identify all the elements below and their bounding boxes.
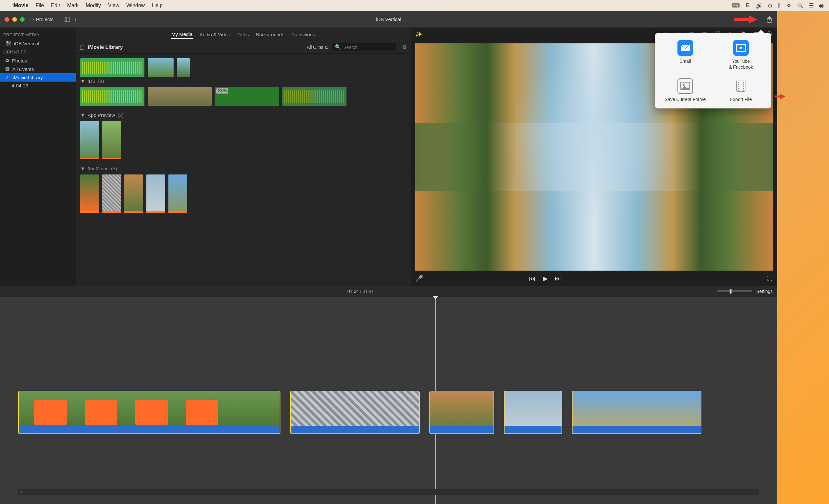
sidebar-imovie-library[interactable]: ✓ iMovie Library: [0, 73, 76, 82]
share-export-file[interactable]: Export File: [716, 78, 765, 102]
clip-thumbnail[interactable]: [177, 58, 190, 77]
menu-view[interactable]: View: [108, 3, 119, 8]
spotlight-icon[interactable]: 🔍: [797, 2, 804, 9]
maximize-button[interactable]: [20, 17, 25, 22]
menubar-app-name[interactable]: iMovie: [12, 3, 29, 8]
clip-thumbnail[interactable]: [80, 121, 99, 159]
keyboard-layout-icon[interactable]: ⌨: [732, 2, 740, 9]
tab-backgrounds[interactable]: Backgrounds: [255, 30, 285, 39]
menu-help[interactable]: Help: [152, 3, 163, 8]
bluetooth-icon[interactable]: ᛒ: [778, 2, 781, 9]
share-youtube-label: YouTube & Facebook: [729, 58, 753, 70]
siri-icon[interactable]: ◉: [819, 2, 824, 9]
share-youtube-facebook[interactable]: YouTube & Facebook: [716, 40, 765, 70]
voiceover-mic-icon[interactable]: 🎤: [415, 274, 423, 282]
film-file-icon: [733, 78, 749, 94]
all-clips-label: All Clips: [307, 45, 323, 50]
search-box[interactable]: 🔍: [332, 43, 396, 51]
clip-thumbnail[interactable]: [148, 87, 212, 106]
share-export-file-label: Export File: [730, 96, 752, 102]
clip-thumbnail[interactable]: [80, 87, 144, 106]
minimize-button[interactable]: [12, 17, 17, 22]
sidebar-toggle-icon[interactable]: ◫: [80, 44, 84, 50]
sidebar-imovie-library-label: iMovie Library: [13, 75, 43, 80]
wifi-icon[interactable]: [786, 3, 792, 8]
audio-track-lane[interactable]: ♪: [18, 489, 759, 495]
share-button[interactable]: [766, 16, 773, 23]
menu-modify[interactable]: Modify: [86, 3, 101, 8]
sidebar-all-events[interactable]: ▦ All Events: [0, 65, 76, 73]
clip-thumbnail[interactable]: [168, 175, 187, 213]
clip-thumbnail[interactable]: [102, 121, 121, 159]
menu-window[interactable]: Window: [126, 3, 145, 8]
timecode-total: 01:41: [363, 289, 374, 294]
clip-thumbnail[interactable]: [148, 58, 174, 77]
menu-edit[interactable]: Edit: [51, 3, 60, 8]
search-input[interactable]: [343, 45, 393, 50]
disclosure-triangle-icon: ▼: [80, 78, 85, 84]
media-group-header[interactable]: ▼ App Preview (2): [80, 111, 406, 119]
group-count: (4): [98, 78, 104, 84]
svg-rect-13: [738, 90, 738, 91]
group-name: My Movie: [88, 166, 108, 171]
play-button[interactable]: ▶: [543, 274, 548, 282]
timeline-clip[interactable]: [290, 391, 420, 434]
tab-transitions[interactable]: Transitions: [291, 30, 316, 39]
sidebar-heading-project-media: PROJECT MEDIA: [0, 30, 76, 39]
control-center-icon[interactable]: ☰: [809, 2, 814, 9]
all-clips-dropdown[interactable]: All Clips ⇅: [307, 45, 328, 50]
clip-thumbnail[interactable]: [80, 58, 144, 77]
prev-frame-button[interactable]: ⏮: [529, 275, 536, 282]
media-group-my-movie: ▼ My Movie (5): [80, 164, 406, 213]
volume-icon[interactable]: 🔊: [756, 2, 763, 9]
fullscreen-icon[interactable]: ⛶: [767, 275, 773, 282]
import-arrow-icon[interactable]: ↓: [74, 16, 77, 22]
menu-file[interactable]: File: [36, 3, 44, 8]
next-frame-button[interactable]: ⏭: [555, 275, 561, 282]
svg-rect-15: [743, 84, 744, 85]
clip-thumbnail[interactable]: [80, 175, 99, 213]
clapperboard-icon: 🎬: [5, 40, 11, 46]
sidebar-project[interactable]: 🎬 iDB Vertical: [0, 39, 76, 48]
timeline-clip[interactable]: [572, 391, 701, 434]
timeline[interactable]: ♪: [0, 297, 777, 504]
magic-enhance-icon[interactable]: ✨: [415, 31, 422, 38]
media-group-header[interactable]: ▼ iDB (4): [80, 77, 406, 85]
clip-thumbnail[interactable]: [124, 175, 143, 213]
window-toolbar: ‹ Projects ↓ iDB Vertical: [0, 11, 777, 28]
clip-thumbnail[interactable]: [146, 175, 165, 213]
updown-chevron-icon: ⇅: [324, 45, 328, 50]
sidebar-photos[interactable]: ✿ Photos: [0, 56, 76, 65]
menu-mark[interactable]: Mark: [67, 3, 79, 8]
close-button[interactable]: [4, 17, 9, 22]
svg-rect-18: [743, 90, 744, 91]
timeline-clip[interactable]: [18, 391, 281, 434]
media-group-app-preview: ▼ App Preview (2): [80, 111, 406, 159]
display-icon[interactable]: 🖥: [745, 2, 751, 9]
clip-thumbnail[interactable]: 20.9s: [215, 87, 279, 106]
clips-track: [18, 391, 701, 434]
group-name: iDB: [88, 78, 96, 84]
timeline-clip[interactable]: [504, 391, 562, 434]
zoom-slider[interactable]: [717, 290, 752, 292]
tab-audio-video[interactable]: Audio & Video: [199, 30, 231, 39]
projects-back-button[interactable]: ‹ Projects: [30, 15, 56, 23]
svg-rect-1: [66, 17, 70, 22]
annotation-arrow-export: [774, 93, 786, 100]
list-view-icon[interactable]: [64, 17, 70, 22]
media-group-header[interactable]: ▼ My Movie (5): [80, 164, 406, 172]
sidebar-event-date[interactable]: 4-04-23: [0, 82, 76, 90]
timeline-clip[interactable]: [429, 391, 494, 434]
group-name: App Preview: [88, 112, 115, 118]
image-frame-icon: [678, 78, 693, 94]
clip-thumbnail[interactable]: [102, 175, 121, 213]
tab-my-media[interactable]: My Media: [171, 30, 193, 39]
timeline-settings-button[interactable]: Settings: [756, 289, 773, 294]
settings-gear-icon[interactable]: ⚙: [402, 44, 407, 50]
share-save-frame[interactable]: Save Current Frame: [661, 78, 710, 102]
tab-titles[interactable]: Titles: [237, 30, 249, 39]
now-playing-icon[interactable]: ⊙: [768, 2, 772, 9]
clip-thumbnail[interactable]: [282, 87, 347, 106]
annotation-arrow-share: [734, 15, 760, 24]
share-email[interactable]: Email: [661, 40, 710, 70]
